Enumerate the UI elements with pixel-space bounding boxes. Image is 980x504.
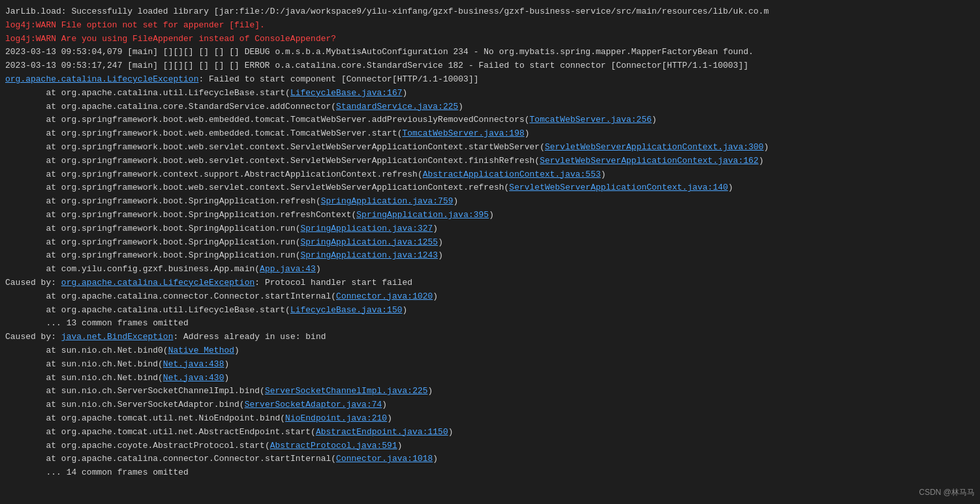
console-text: ) bbox=[433, 454, 438, 464]
console-text: : Failed to start component [Connector[H… bbox=[198, 74, 478, 84]
console-line: ... 14 common frames omitted bbox=[5, 466, 975, 480]
console-line: at org.springframework.boot.SpringApplic… bbox=[5, 236, 975, 250]
console-line: at org.apache.catalina.connector.Connect… bbox=[5, 452, 975, 466]
console-link[interactable]: ServletWebServerApplicationContext.java:… bbox=[540, 156, 758, 166]
console-link[interactable]: org.apache.catalina.LifecycleException bbox=[5, 74, 198, 84]
console-text: at org.apache.tomcat.util.net.NioEndpoin… bbox=[5, 413, 285, 423]
console-link[interactable]: org.apache.catalina.LifecycleException bbox=[61, 278, 254, 288]
console-link[interactable]: AbstractApplicationContext.java:553 bbox=[423, 170, 601, 179]
console-text: at org.springframework.boot.SpringApplic… bbox=[5, 237, 301, 247]
console-line: at org.springframework.boot.web.servlet.… bbox=[5, 181, 975, 195]
console-line: Caused by: org.apache.catalina.Lifecycle… bbox=[5, 276, 975, 290]
console-text: at org.springframework.boot.web.embedded… bbox=[5, 128, 403, 138]
console-text: at org.springframework.boot.SpringApplic… bbox=[5, 224, 301, 233]
console-line: at org.apache.catalina.core.StandardServ… bbox=[5, 100, 975, 114]
console-link[interactable]: SpringApplication.java:1255 bbox=[301, 237, 438, 247]
console-text: 2023-03-13 09:53:17,247 [main] [][][] []… bbox=[5, 61, 748, 70]
console-text: ) bbox=[428, 386, 433, 396]
console-line: at org.springframework.boot.web.servlet.… bbox=[5, 155, 975, 168]
console-text: ) bbox=[234, 346, 239, 355]
watermark: CSDN @林马马 bbox=[919, 486, 975, 499]
console-text: at org.apache.catalina.util.LifecycleBas… bbox=[5, 305, 290, 315]
console-text: : Address already in use: bind bbox=[173, 332, 326, 342]
console-line: at org.springframework.boot.SpringApplic… bbox=[5, 209, 975, 222]
console-line: at org.springframework.boot.SpringApplic… bbox=[5, 222, 975, 236]
console-link[interactable]: SpringApplication.java:395 bbox=[356, 210, 489, 220]
console-link[interactable]: AbstractProtocol.java:591 bbox=[270, 441, 397, 451]
console-text: ) bbox=[728, 183, 733, 192]
console-line: log4j:WARN Are you using FileAppender in… bbox=[5, 33, 975, 46]
console-line: at org.apache.catalina.connector.Connect… bbox=[5, 290, 975, 304]
console-text: Caused by: bbox=[5, 332, 61, 342]
console-link[interactable]: Net.java:438 bbox=[163, 359, 224, 369]
console-line: at sun.nio.ch.Net.bind(Net.java:438) bbox=[5, 358, 975, 372]
console-link[interactable]: ServletWebServerApplicationContext.java:… bbox=[509, 183, 727, 192]
console-link[interactable]: LifecycleBase.java:150 bbox=[290, 305, 403, 315]
console-text: ) bbox=[438, 250, 443, 260]
console-link[interactable]: Native Method bbox=[168, 346, 234, 355]
console-line: at org.apache.catalina.util.LifecycleBas… bbox=[5, 87, 975, 100]
console-text: ) bbox=[759, 156, 764, 166]
console-text: ) bbox=[525, 128, 530, 138]
console-line: log4j:WARN File option not set for appen… bbox=[5, 19, 975, 33]
console-text: at org.springframework.boot.web.servlet.… bbox=[5, 156, 540, 166]
console-line: at org.apache.coyote.AbstractProtocol.st… bbox=[5, 439, 975, 453]
console-text: at org.springframework.boot.SpringApplic… bbox=[5, 250, 301, 260]
console-text: 2023-03-13 09:53:04,079 [main] [][][] []… bbox=[5, 47, 754, 57]
console-text: JarLib.load: Successfully loaded library… bbox=[5, 7, 769, 16]
console-text: Caused by: bbox=[5, 278, 61, 288]
console-text: log4j:WARN File option not set for appen… bbox=[5, 20, 265, 30]
console-link[interactable]: AbstractEndpoint.java:1150 bbox=[316, 427, 448, 437]
console-text: at org.springframework.boot.web.servlet.… bbox=[5, 183, 509, 192]
console-link[interactable]: java.net.BindException bbox=[61, 332, 174, 342]
console-line: JarLib.load: Successfully loaded library… bbox=[5, 5, 975, 19]
console-link[interactable]: TomcatWebServer.java:256 bbox=[530, 115, 652, 125]
console-text: ) bbox=[224, 359, 229, 369]
console-text: at sun.nio.ch.Net.bind( bbox=[5, 359, 163, 369]
console-text: : Protocol handler start failed bbox=[254, 278, 412, 288]
console-text: at sun.nio.ch.Net.bind0( bbox=[5, 346, 168, 355]
console-text: ) bbox=[453, 196, 459, 206]
console-text: at org.springframework.boot.web.servlet.… bbox=[5, 142, 545, 152]
console-text: at org.apache.coyote.AbstractProtocol.st… bbox=[5, 441, 270, 451]
console-line: at sun.nio.ch.Net.bind(Net.java:430) bbox=[5, 372, 975, 385]
console-link[interactable]: ServerSocketAdaptor.java:74 bbox=[245, 400, 382, 409]
console-line: at org.springframework.boot.SpringApplic… bbox=[5, 249, 975, 263]
console-line: at org.springframework.context.support.A… bbox=[5, 168, 975, 182]
console-link[interactable]: SpringApplication.java:327 bbox=[301, 224, 433, 233]
console-line: Caused by: java.net.BindException: Addre… bbox=[5, 331, 975, 344]
console-link[interactable]: ServerSocketChannelImpl.java:225 bbox=[265, 386, 428, 396]
console-link[interactable]: Connector.java:1018 bbox=[336, 454, 433, 464]
console-link[interactable]: SpringApplication.java:759 bbox=[321, 196, 453, 206]
console-link[interactable]: NioEndpoint.java:210 bbox=[285, 413, 387, 423]
console-link[interactable]: LifecycleBase.java:167 bbox=[290, 88, 403, 98]
console-text: at com.yilu.config.gzxf.business.App.mai… bbox=[5, 264, 260, 274]
console-text: ) bbox=[397, 441, 403, 451]
console-text: ) bbox=[438, 237, 443, 247]
console-link[interactable]: Net.java:430 bbox=[163, 373, 224, 383]
console-line: at org.apache.tomcat.util.net.AbstractEn… bbox=[5, 426, 975, 439]
console-text: ) bbox=[382, 400, 387, 409]
console-text: at org.apache.catalina.connector.Connect… bbox=[5, 291, 336, 301]
console-line: at org.apache.tomcat.util.net.NioEndpoin… bbox=[5, 412, 975, 426]
console-link[interactable]: ServletWebServerApplicationContext.java:… bbox=[545, 142, 763, 152]
console-line: at sun.nio.ch.ServerSocketAdaptor.bind(S… bbox=[5, 398, 975, 412]
console-text: ) bbox=[224, 373, 229, 383]
console-text: ... 14 common frames omitted bbox=[5, 467, 189, 477]
console-text: ) bbox=[601, 170, 606, 179]
console-text: ) bbox=[403, 88, 408, 98]
console-text: ) bbox=[433, 224, 438, 233]
console-line: ... 13 common frames omitted bbox=[5, 317, 975, 331]
console-line: 2023-03-13 09:53:17,247 [main] [][][] []… bbox=[5, 59, 975, 73]
console-link[interactable]: SpringApplication.java:1243 bbox=[301, 250, 438, 260]
console-link[interactable]: App.java:43 bbox=[260, 264, 316, 274]
console-link[interactable]: Connector.java:1020 bbox=[336, 291, 433, 301]
console-text: at sun.nio.ch.ServerSocketChannelImpl.bi… bbox=[5, 386, 265, 396]
console-line: at org.springframework.boot.SpringApplic… bbox=[5, 195, 975, 209]
console-text: ) bbox=[489, 210, 494, 220]
console-line: at org.springframework.boot.web.embedded… bbox=[5, 127, 975, 141]
console-output: JarLib.load: Successfully loaded library… bbox=[5, 5, 975, 480]
console-line: at org.springframework.boot.web.embedded… bbox=[5, 113, 975, 127]
console-link[interactable]: TomcatWebServer.java:198 bbox=[403, 128, 525, 138]
console-link[interactable]: StandardService.java:225 bbox=[336, 102, 458, 111]
